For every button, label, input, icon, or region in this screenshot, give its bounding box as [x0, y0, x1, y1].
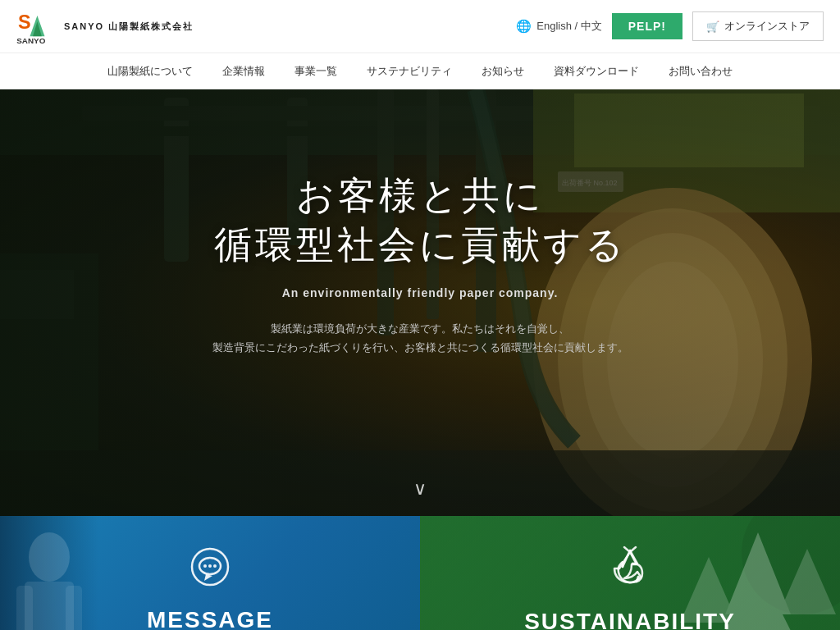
hero-section: 出荷番号 No.102 お客様と共に 循環型社会に貢献する An environ… [0, 89, 840, 516]
nav-item-download[interactable]: 資料ダウンロード [554, 64, 639, 79]
message-card[interactable]: MESSAGE メッセージ 山陽製紙は昭和32年の創業以来、紙と共に歩んできた再… [0, 516, 420, 630]
svg-point-31 [213, 564, 217, 568]
svg-text:SANYO: SANYO [16, 36, 45, 45]
svg-text:S: S [18, 11, 31, 33]
sustainability-title-en: SUSTAINABILITY [524, 609, 736, 630]
cart-icon: 🛒 [706, 21, 719, 33]
logo-icon: S SANYO [16, 8, 57, 45]
hero-content: お客様と共に 循環型社会に貢献する An environmentally fri… [0, 171, 840, 357]
message-icon [189, 546, 231, 596]
person-silhouette [0, 516, 98, 630]
online-store-label: オンラインストア [724, 19, 810, 34]
pelp-button[interactable]: PELP! [612, 13, 682, 39]
language-text[interactable]: English / 中文 [536, 19, 601, 34]
scroll-down-chevron[interactable]: ∨ [413, 478, 427, 500]
hero-description: 製紙業は環境負荷が大きな産業です。私たちはそれを自覚し、 製造背景にこだわった紙… [207, 319, 633, 358]
header-right: 🌐 English / 中文 PELP! 🛒 オンラインストア [516, 11, 824, 41]
svg-rect-26 [66, 586, 82, 630]
logo-sanyo-text: SANYO 山陽製紙株式会社 [64, 21, 194, 33]
header: S SANYO SANYO 山陽製紙株式会社 🌐 English / 中文 PE… [0, 0, 840, 53]
globe-icon: 🌐 [516, 19, 532, 34]
language-selector[interactable]: 🌐 English / 中文 [516, 19, 601, 34]
message-title-en: MESSAGE [147, 607, 273, 630]
nav-item-business[interactable]: 事業一覧 [294, 64, 337, 79]
online-store-button[interactable]: 🛒 オンラインストア [692, 11, 824, 41]
sustainability-card[interactable]: SUSTAINABILITY サスティナビリティ 山陽製紙は紙創りを通して価値あ… [420, 516, 840, 630]
svg-point-29 [203, 564, 207, 568]
svg-point-23 [29, 532, 70, 582]
nav-item-news[interactable]: お知らせ [482, 64, 524, 79]
sustainability-icon [608, 544, 653, 597]
nav-item-contact[interactable]: お問い合わせ [669, 64, 733, 79]
bottom-cards-section: MESSAGE メッセージ 山陽製紙は昭和32年の創業以来、紙と共に歩んできた再… [0, 516, 840, 630]
svg-marker-35 [778, 549, 836, 614]
hero-subtitle: An environmentally friendly paper compan… [33, 286, 807, 299]
nav-item-company[interactable]: 企業情報 [222, 64, 265, 79]
logo[interactable]: S SANYO SANYO 山陽製紙株式会社 [16, 8, 194, 45]
main-nav: 山陽製紙について 企業情報 事業一覧 サステナビリティ お知らせ 資料ダウンロー… [0, 53, 840, 89]
svg-rect-25 [16, 586, 33, 630]
nav-item-sustainability[interactable]: サステナビリティ [367, 64, 452, 79]
nav-item-about[interactable]: 山陽製紙について [107, 64, 193, 79]
svg-point-30 [208, 564, 212, 568]
hero-title: お客様と共に 循環型社会に貢献する [33, 171, 807, 270]
